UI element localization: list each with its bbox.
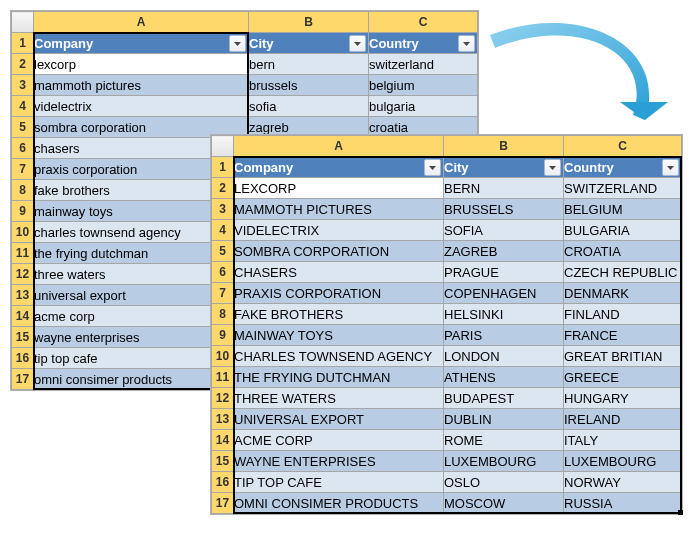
cell-city[interactable]: SOFIA	[444, 220, 564, 241]
row-heading[interactable]: 12	[12, 264, 34, 285]
row-heading[interactable]: 10	[12, 222, 34, 243]
row-heading[interactable]: 3	[12, 75, 34, 96]
row-heading[interactable]: 9	[12, 201, 34, 222]
col-heading-c[interactable]: C	[564, 136, 682, 157]
row-heading[interactable]: 6	[12, 138, 34, 159]
filter-dropdown-icon[interactable]	[424, 159, 441, 176]
cell-company[interactable]: videlectrix	[34, 96, 249, 117]
filter-dropdown-icon[interactable]	[458, 35, 475, 52]
row-heading[interactable]: 12	[212, 388, 234, 409]
cell-company[interactable]: TIP TOP CAFE	[234, 472, 444, 493]
cell-company[interactable]: MAINWAY TOYS	[234, 325, 444, 346]
cell-company[interactable]: WAYNE ENTERPRISES	[234, 451, 444, 472]
row-heading[interactable]: 8	[212, 304, 234, 325]
header-company[interactable]: Company	[34, 33, 249, 54]
cell-country[interactable]: CROATIA	[564, 241, 682, 262]
row-heading[interactable]: 13	[12, 285, 34, 306]
cell-company[interactable]: VIDELECTRIX	[234, 220, 444, 241]
row-heading[interactable]: 10	[212, 346, 234, 367]
cell-city[interactable]: ROME	[444, 430, 564, 451]
select-all-corner[interactable]	[12, 12, 34, 33]
cell-country[interactable]: HUNGARY	[564, 388, 682, 409]
row-heading[interactable]: 6	[212, 262, 234, 283]
cell-country[interactable]: switzerland	[369, 54, 478, 75]
cell-company[interactable]: THREE WATERS	[234, 388, 444, 409]
cell-country[interactable]: GREECE	[564, 367, 682, 388]
header-company[interactable]: Company	[234, 157, 444, 178]
filter-dropdown-icon[interactable]	[662, 159, 679, 176]
cell-country[interactable]: SWITZERLAND	[564, 178, 682, 199]
cell-city[interactable]: HELSINKI	[444, 304, 564, 325]
row-heading[interactable]: 7	[12, 159, 34, 180]
cell-company[interactable]: OMNI CONSIMER PRODUCTS	[234, 493, 444, 514]
header-country[interactable]: Country	[369, 33, 478, 54]
col-heading-a[interactable]: A	[34, 12, 249, 33]
cell-company[interactable]: lexcorp	[34, 54, 249, 75]
cell-city[interactable]: LUXEMBOURG	[444, 451, 564, 472]
cell-city[interactable]: BERN	[444, 178, 564, 199]
cell-country[interactable]: bulgaria	[369, 96, 478, 117]
cell-company[interactable]: PRAXIS CORPORATION	[234, 283, 444, 304]
cell-city[interactable]: sofia	[249, 96, 369, 117]
row-heading[interactable]: 15	[12, 327, 34, 348]
row-heading[interactable]: 16	[212, 472, 234, 493]
row-heading[interactable]: 4	[12, 96, 34, 117]
row-heading[interactable]: 5	[12, 117, 34, 138]
row-heading[interactable]: 16	[12, 348, 34, 369]
col-heading-c[interactable]: C	[369, 12, 478, 33]
cell-country[interactable]: FINLAND	[564, 304, 682, 325]
cell-city[interactable]: PARIS	[444, 325, 564, 346]
cell-company[interactable]: SOMBRA CORPORATION	[234, 241, 444, 262]
cell-company[interactable]: FAKE BROTHERS	[234, 304, 444, 325]
cell-company[interactable]: CHASERS	[234, 262, 444, 283]
cell-country[interactable]: DENMARK	[564, 283, 682, 304]
cell-country[interactable]: FRANCE	[564, 325, 682, 346]
cell-city[interactable]: MOSCOW	[444, 493, 564, 514]
row-heading[interactable]: 9	[212, 325, 234, 346]
cell-company[interactable]: LEXCORP	[234, 178, 444, 199]
header-country[interactable]: Country	[564, 157, 682, 178]
filter-dropdown-icon[interactable]	[229, 35, 246, 52]
cell-country[interactable]: ITALY	[564, 430, 682, 451]
cell-company[interactable]: MAMMOTH PICTURES	[234, 199, 444, 220]
header-city[interactable]: City	[249, 33, 369, 54]
cell-country[interactable]: LUXEMBOURG	[564, 451, 682, 472]
row-heading[interactable]: 17	[212, 493, 234, 514]
row-heading[interactable]: 3	[212, 199, 234, 220]
select-all-corner[interactable]	[212, 136, 234, 157]
row-heading[interactable]: 4	[212, 220, 234, 241]
header-city[interactable]: City	[444, 157, 564, 178]
cell-country[interactable]: BELGIUM	[564, 199, 682, 220]
cell-city[interactable]: brussels	[249, 75, 369, 96]
col-heading-a[interactable]: A	[234, 136, 444, 157]
col-heading-b[interactable]: B	[444, 136, 564, 157]
cell-company[interactable]: ACME CORP	[234, 430, 444, 451]
row-heading[interactable]: 1	[12, 33, 34, 54]
row-heading[interactable]: 17	[12, 369, 34, 390]
cell-city[interactable]: ZAGREB	[444, 241, 564, 262]
cell-city[interactable]: BRUSSELS	[444, 199, 564, 220]
row-heading[interactable]: 2	[212, 178, 234, 199]
cell-city[interactable]: OSLO	[444, 472, 564, 493]
cell-country[interactable]: GREAT BRITIAN	[564, 346, 682, 367]
row-heading[interactable]: 11	[12, 243, 34, 264]
cell-country[interactable]: RUSSIA	[564, 493, 682, 514]
row-heading[interactable]: 11	[212, 367, 234, 388]
row-heading[interactable]: 8	[12, 180, 34, 201]
cell-city[interactable]: LONDON	[444, 346, 564, 367]
cell-company[interactable]: UNIVERSAL EXPORT	[234, 409, 444, 430]
cell-company[interactable]: THE FRYING DUTCHMAN	[234, 367, 444, 388]
row-heading[interactable]: 15	[212, 451, 234, 472]
cell-country[interactable]: CZECH REPUBLIC	[564, 262, 682, 283]
cell-company[interactable]: CHARLES TOWNSEND AGENCY	[234, 346, 444, 367]
filter-dropdown-icon[interactable]	[544, 159, 561, 176]
row-heading[interactable]: 14	[212, 430, 234, 451]
cell-country[interactable]: belgium	[369, 75, 478, 96]
grid[interactable]: ABC1CompanyCityCountry2LEXCORPBERNSWITZE…	[211, 135, 682, 514]
cell-country[interactable]: NORWAY	[564, 472, 682, 493]
row-heading[interactable]: 13	[212, 409, 234, 430]
row-heading[interactable]: 2	[12, 54, 34, 75]
cell-country[interactable]: BULGARIA	[564, 220, 682, 241]
cell-country[interactable]: IRELAND	[564, 409, 682, 430]
filter-dropdown-icon[interactable]	[349, 35, 366, 52]
